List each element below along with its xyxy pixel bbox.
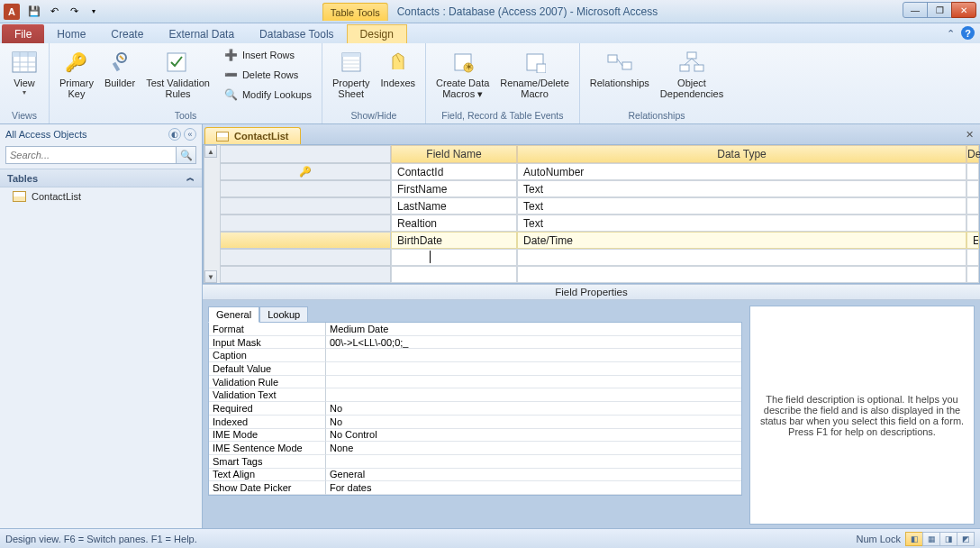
column-header-data-type[interactable]: Data Type bbox=[517, 145, 966, 163]
create-data-macros-button[interactable]: ✶ Create Data Macros ▾ bbox=[431, 45, 494, 102]
property-sheet-button[interactable]: Property Sheet bbox=[328, 45, 375, 102]
view-pivotchart-button[interactable]: ◩ bbox=[957, 532, 975, 546]
property-row[interactable]: Default Value bbox=[209, 362, 741, 376]
description-cell[interactable] bbox=[966, 163, 979, 180]
property-value[interactable]: General bbox=[326, 469, 741, 482]
description-cell[interactable] bbox=[966, 180, 979, 197]
data-type-cell[interactable]: Text bbox=[517, 180, 966, 197]
tab-database-tools[interactable]: Database Tools bbox=[247, 24, 347, 43]
property-row[interactable]: Validation Rule bbox=[209, 376, 741, 389]
tab-create[interactable]: Create bbox=[98, 24, 156, 43]
description-cell[interactable] bbox=[966, 197, 979, 215]
scroll-down-icon[interactable]: ▼ bbox=[204, 270, 217, 283]
scroll-up-icon[interactable]: ▲ bbox=[204, 145, 217, 158]
tab-file[interactable]: File bbox=[2, 24, 44, 43]
row-selector[interactable] bbox=[220, 266, 391, 283]
field-name-cell[interactable] bbox=[391, 249, 517, 266]
view-design-button[interactable]: ◧ bbox=[905, 532, 923, 546]
row-selector[interactable] bbox=[220, 180, 391, 197]
rename-delete-macro-button[interactable]: Rename/Delete Macro bbox=[495, 45, 573, 102]
data-type-cell[interactable] bbox=[517, 249, 966, 266]
data-type-cell[interactable]: Text bbox=[517, 215, 966, 232]
property-row[interactable]: Validation Text bbox=[209, 388, 741, 402]
window-restore-button[interactable]: ❐ bbox=[927, 2, 952, 18]
nav-collapse-icon[interactable]: « bbox=[184, 128, 196, 141]
property-value[interactable] bbox=[326, 362, 741, 376]
field-name-cell[interactable]: ContactId bbox=[391, 163, 517, 180]
property-value[interactable]: No bbox=[326, 416, 741, 429]
property-value[interactable]: 00\->L<LL\-00;0;_ bbox=[326, 336, 741, 350]
property-row[interactable]: FormatMedium Date bbox=[209, 323, 741, 336]
tab-home[interactable]: Home bbox=[44, 24, 98, 43]
data-type-cell[interactable]: Text bbox=[517, 197, 966, 215]
column-header-field-name[interactable]: Field Name bbox=[391, 145, 517, 163]
help-icon[interactable]: ? bbox=[961, 26, 975, 40]
test-validation-rules-button[interactable]: Test Validation Rules bbox=[141, 45, 214, 102]
property-row[interactable]: Input Mask00\->L<LL\-00;0;_ bbox=[209, 336, 741, 350]
property-row[interactable]: IndexedNo bbox=[209, 416, 741, 429]
ribbon-minimize-icon[interactable]: ⌃ bbox=[943, 26, 957, 41]
qat-save-icon[interactable]: 💾 bbox=[26, 4, 42, 20]
property-row[interactable]: IME ModeNo Control bbox=[209, 429, 741, 443]
nav-search-input[interactable] bbox=[5, 146, 177, 164]
property-row[interactable]: Caption bbox=[209, 349, 741, 362]
object-dependencies-button[interactable]: Object Dependencies bbox=[656, 45, 728, 102]
property-row[interactable]: RequiredNo bbox=[209, 402, 741, 416]
column-header-description[interactable]: Description bbox=[966, 145, 979, 163]
property-value[interactable] bbox=[326, 455, 741, 469]
property-row[interactable]: Smart Tags bbox=[209, 455, 741, 469]
property-value[interactable]: No Control bbox=[326, 429, 741, 443]
row-selector[interactable] bbox=[220, 232, 391, 249]
view-pivottable-button[interactable]: ◨ bbox=[939, 532, 957, 546]
qat-customize-icon[interactable]: ▾ bbox=[86, 4, 102, 20]
tab-external-data[interactable]: External Data bbox=[156, 24, 247, 43]
nav-filter-icon[interactable]: ◐ bbox=[168, 128, 181, 141]
design-grid[interactable]: Field Name Data Type Description 🔑Contac… bbox=[204, 145, 979, 283]
nav-group-tables[interactable]: Tables ︽ bbox=[0, 169, 202, 187]
field-name-cell[interactable]: BirthDate bbox=[391, 232, 517, 249]
property-row[interactable]: Text AlignGeneral bbox=[209, 469, 741, 482]
description-cell[interactable] bbox=[966, 249, 979, 266]
description-cell[interactable]: Enter date as 01 jan 77 bbox=[966, 232, 979, 249]
property-value[interactable] bbox=[326, 376, 741, 389]
property-value[interactable]: For dates bbox=[326, 481, 741, 495]
field-name-cell[interactable]: Realtion bbox=[391, 215, 517, 232]
row-selector[interactable] bbox=[220, 215, 391, 232]
tab-general[interactable]: General bbox=[208, 306, 259, 323]
document-tab-contactlist[interactable]: ContactList bbox=[204, 127, 301, 144]
description-cell[interactable] bbox=[966, 266, 979, 283]
window-minimize-button[interactable]: — bbox=[903, 2, 928, 18]
property-value[interactable]: Medium Date bbox=[326, 323, 741, 336]
window-close-button[interactable]: ✕ bbox=[951, 2, 976, 18]
data-type-cell[interactable]: Date/Time bbox=[517, 232, 966, 249]
field-name-cell[interactable]: FirstName bbox=[391, 180, 517, 197]
property-value[interactable] bbox=[326, 388, 741, 402]
tab-design[interactable]: Design bbox=[347, 24, 407, 43]
nav-item-contactlist[interactable]: ContactList bbox=[0, 187, 202, 206]
property-table[interactable]: FormatMedium DateInput Mask00\->L<LL\-00… bbox=[208, 322, 742, 496]
document-close-button[interactable]: ✕ bbox=[962, 127, 976, 142]
vertical-scrollbar[interactable]: ▲ ▼ bbox=[204, 145, 220, 283]
property-row[interactable]: IME Sentence ModeNone bbox=[209, 442, 741, 455]
data-type-cell[interactable] bbox=[517, 266, 966, 283]
property-row[interactable]: Show Date PickerFor dates bbox=[209, 481, 741, 495]
field-name-cell[interactable]: LastName bbox=[391, 197, 517, 215]
row-selector[interactable] bbox=[220, 197, 391, 215]
delete-rows-button[interactable]: ➖Delete Rows bbox=[220, 65, 316, 85]
modify-lookups-button[interactable]: 🔍Modify Lookups bbox=[220, 85, 316, 105]
view-datasheet-button[interactable]: ▦ bbox=[922, 532, 940, 546]
property-value[interactable]: No bbox=[326, 402, 741, 416]
tab-lookup[interactable]: Lookup bbox=[259, 306, 308, 323]
row-selector[interactable]: 🔑 bbox=[220, 163, 391, 180]
primary-key-button[interactable]: 🔑 Primary Key bbox=[55, 45, 98, 102]
property-value[interactable]: None bbox=[326, 442, 741, 455]
data-type-cell[interactable]: AutoNumber bbox=[517, 163, 966, 180]
indexes-button[interactable]: Indexes bbox=[377, 45, 421, 91]
nav-header[interactable]: All Access Objects ◐ « bbox=[0, 124, 202, 144]
insert-rows-button[interactable]: ➕Insert Rows bbox=[220, 45, 316, 65]
search-icon[interactable]: 🔍 bbox=[177, 146, 196, 164]
relationships-button[interactable]: Relationships bbox=[585, 45, 654, 91]
view-button[interactable]: View ▾ bbox=[5, 45, 43, 99]
field-name-cell[interactable] bbox=[391, 266, 517, 283]
builder-button[interactable]: Builder bbox=[100, 45, 140, 91]
